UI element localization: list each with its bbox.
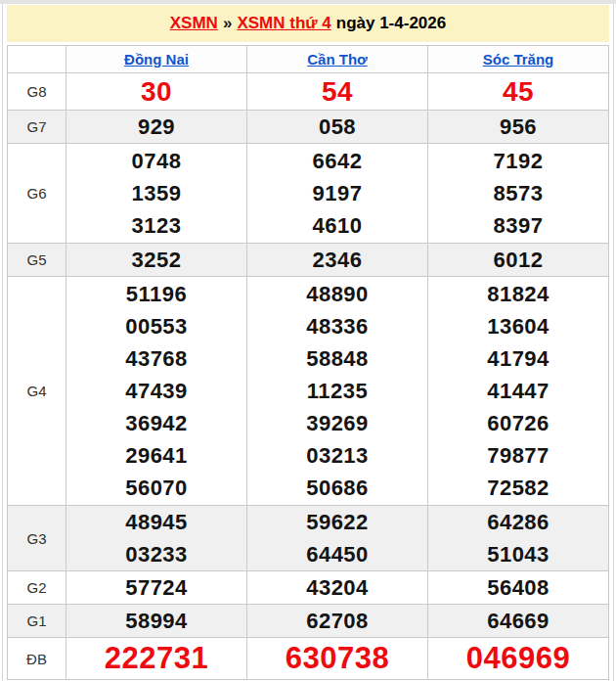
column-header-dong-nai: Đồng Nai <box>66 46 247 73</box>
prize-value: 36942 <box>66 407 246 439</box>
prize-cell: 664291974610 <box>247 144 428 244</box>
prize-label-db: ĐB <box>8 638 66 680</box>
prize-cell: 222731 <box>66 638 247 680</box>
prize-value: 03213 <box>247 439 427 472</box>
prize-cell: 54 <box>247 73 428 111</box>
draw-date-text: ngày 1-4-2026 <box>336 14 446 32</box>
column-link-dong-nai[interactable]: Đồng Nai <box>124 51 189 68</box>
prize-cell: 64669 <box>428 605 609 638</box>
prize-cell: 5962264450 <box>247 506 428 571</box>
column-link-soc-trang[interactable]: Sóc Trăng <box>483 51 554 68</box>
prize-cell: 57724 <box>66 571 247 605</box>
prize-cell: 2346 <box>247 244 428 277</box>
prize-row-g5: G5325223466012 <box>8 244 609 277</box>
prize-cell: 48890483365884811235392690321350686 <box>247 277 428 506</box>
prize-label-g3: G3 <box>8 506 66 571</box>
prize-value: 58848 <box>247 342 427 375</box>
prize-value: 41794 <box>428 342 608 375</box>
prize-cell: 046969 <box>428 638 609 680</box>
prize-value: 956 <box>428 111 608 143</box>
column-link-can-tho[interactable]: Cần Thơ <box>307 51 368 68</box>
prize-value: 39269 <box>247 407 427 439</box>
prize-row-g7: G7929058956 <box>8 111 609 144</box>
prize-value: 50686 <box>247 472 427 504</box>
prize-value: 59622 <box>247 506 427 538</box>
xsmn-breadcrumb-link[interactable]: XSMN <box>170 14 218 32</box>
prize-value: 56408 <box>428 571 608 604</box>
prize-label-g8: G8 <box>8 73 66 111</box>
prize-cell: 956 <box>428 111 609 144</box>
prize-cell: 81824136044179441447607267987772582 <box>428 277 609 506</box>
prize-value: 45 <box>428 73 608 110</box>
prize-row-g3: G3489450323359622644506428651043 <box>8 506 609 571</box>
prize-cell: 51196005534376847439369422964156070 <box>66 277 247 506</box>
prize-value: 8573 <box>428 177 608 209</box>
prize-cell: 929 <box>66 111 247 144</box>
prize-value: 57724 <box>66 571 246 604</box>
prize-value: 8397 <box>428 209 608 242</box>
prize-value: 64286 <box>428 506 608 538</box>
prize-value: 79877 <box>428 439 608 472</box>
prize-value: 3252 <box>66 244 246 276</box>
prize-cell: 719285738397 <box>428 144 609 244</box>
column-header-soc-trang: Sóc Trăng <box>428 46 609 73</box>
prize-row-g4: G451196005534376847439369422964156070488… <box>8 277 609 506</box>
prize-row-db: ĐB222731630738046969 <box>8 638 609 680</box>
prize-value: 60726 <box>428 407 608 439</box>
prize-value: 2346 <box>247 244 427 276</box>
prize-label-g2: G2 <box>8 571 66 605</box>
prize-value: 51043 <box>428 538 608 570</box>
prize-cell: 43204 <box>247 571 428 605</box>
prize-value: 4610 <box>247 209 427 242</box>
prize-value: 48336 <box>247 310 427 342</box>
prize-cell: 56408 <box>428 571 609 605</box>
prize-value: 72582 <box>428 472 608 504</box>
prize-value: 6642 <box>247 145 427 177</box>
prize-value: 929 <box>66 111 246 143</box>
prize-row-g6: G6074813593123664291974610719285738397 <box>8 144 609 244</box>
prize-value: 1359 <box>66 177 246 209</box>
prize-row-g8: G8305445 <box>8 73 609 111</box>
prize-value: 47439 <box>66 375 246 407</box>
prize-label-g1: G1 <box>8 605 66 638</box>
prize-value: 48945 <box>66 506 246 538</box>
prize-row-g2: G2577244320456408 <box>8 571 609 605</box>
prize-value: 058 <box>247 111 427 143</box>
prize-cell: 30 <box>66 73 247 111</box>
prize-cell: 058 <box>247 111 428 144</box>
prize-value: 62708 <box>247 605 427 637</box>
prize-value: 30 <box>66 73 246 110</box>
prize-value: 56070 <box>66 472 246 504</box>
prize-value: 3123 <box>66 209 246 242</box>
column-header-can-tho: Cần Thơ <box>247 46 428 73</box>
prize-value: 03233 <box>66 538 246 570</box>
xsmn-thu4-link[interactable]: XSMN thứ 4 <box>237 14 330 32</box>
prize-value: 222731 <box>66 638 246 679</box>
prize-value: 00553 <box>66 310 246 342</box>
prize-row-g1: G1589946270864669 <box>8 605 609 638</box>
prize-value: 58994 <box>66 605 246 637</box>
prize-value: 41447 <box>428 375 608 407</box>
prize-cell: 58994 <box>66 605 247 638</box>
results-table: Đồng Nai Cần Thơ Sóc Trăng G8305445G7929… <box>7 45 609 680</box>
prize-value: 9197 <box>247 177 427 209</box>
prize-value: 630738 <box>247 638 427 679</box>
prize-value: 64450 <box>247 538 427 570</box>
prize-value: 48890 <box>247 278 427 310</box>
corner-cell <box>8 46 66 73</box>
page-container: XSMN»XSMN thứ 4ngày 1-4-2026 Đồng Nai Cầ… <box>2 4 614 681</box>
prize-value: 7192 <box>428 145 608 177</box>
prize-value: 54 <box>247 73 427 110</box>
prize-value: 29641 <box>66 439 246 472</box>
table-header-row: Đồng Nai Cần Thơ Sóc Trăng <box>8 46 609 73</box>
prize-cell: 6012 <box>428 244 609 277</box>
prize-value: 64669 <box>428 605 608 637</box>
page-title: XSMN»XSMN thứ 4ngày 1-4-2026 <box>7 5 609 42</box>
prize-value: 13604 <box>428 310 608 342</box>
prize-label-g4: G4 <box>8 277 66 506</box>
prize-value: 6012 <box>428 244 608 276</box>
prize-cell: 3252 <box>66 244 247 277</box>
prize-value: 046969 <box>428 638 608 679</box>
prize-label-g7: G7 <box>8 111 66 144</box>
prize-value: 11235 <box>247 375 427 407</box>
